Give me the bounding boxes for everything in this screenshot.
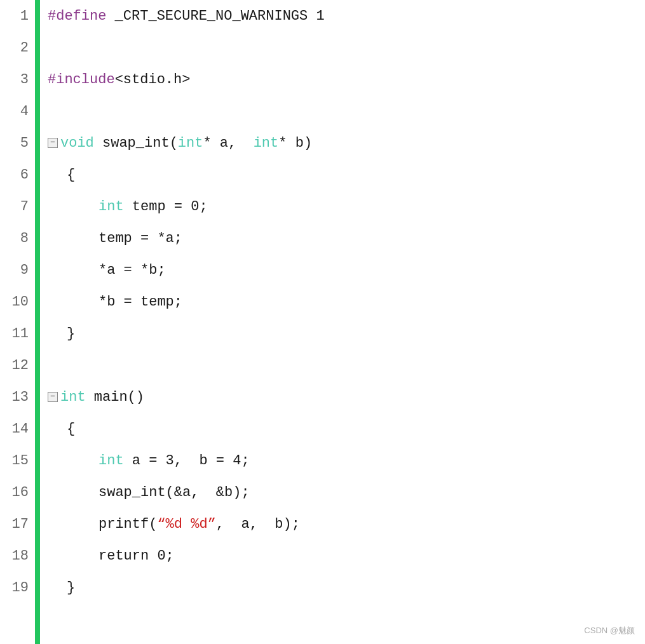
define-keyword: #define	[48, 8, 106, 24]
code-editor: 1 2 3 4 5 6 7 8 9 10 11 12 13 14 15 16 1…	[0, 0, 645, 644]
line-num-3: 3	[0, 64, 35, 95]
code-content: #define _CRT_SECURE_NO_WARNINGS 1 #inclu…	[35, 0, 645, 644]
line-numbers: 1 2 3 4 5 6 7 8 9 10 11 12 13 14 15 16 1…	[0, 0, 35, 644]
line-num-14: 14	[0, 413, 35, 445]
b-assign: *b = temp;	[98, 294, 182, 310]
swap-call: swap_int(&a, &b);	[98, 485, 250, 500]
code-line-7: int temp = 0;	[98, 191, 645, 222]
code-line-8: temp = *a;	[98, 222, 645, 254]
collapse-icon-13[interactable]: −	[48, 392, 58, 402]
line-num-18: 18	[0, 540, 35, 572]
watermark: CSDN @魅颜	[584, 625, 635, 636]
code-line-6: {	[67, 159, 645, 191]
temp-decl: temp = 0;	[124, 199, 208, 215]
code-line-10: *b = temp;	[98, 286, 645, 318]
green-bar	[35, 0, 40, 644]
code-line-1: #define _CRT_SECURE_NO_WARNINGS 1	[48, 0, 645, 32]
close-brace-2: }	[67, 580, 75, 596]
define-value: _CRT_SECURE_NO_WARNINGS 1	[106, 8, 324, 24]
main-func-sig: main()	[86, 389, 144, 405]
code-line-16: swap_int(&a, &b);	[98, 476, 645, 508]
int-temp-type: int	[98, 199, 124, 215]
temp-assign: temp = *a;	[98, 231, 182, 246]
line-num-1: 1	[0, 0, 35, 32]
line-num-7: 7	[0, 191, 35, 222]
code-line-15: int a = 3, b = 4;	[98, 445, 645, 476]
collapse-icon-5[interactable]: −	[48, 138, 58, 148]
printf-call: printf(	[98, 516, 157, 532]
include-path: <stdio.h>	[115, 72, 191, 88]
code-line-4	[48, 95, 645, 127]
void-keyword: void	[60, 135, 94, 151]
open-brace-2: {	[67, 421, 75, 437]
line-num-15: 15	[0, 445, 35, 476]
code-line-12	[48, 349, 645, 381]
line-num-8: 8	[0, 222, 35, 254]
int-param-b-type: int	[254, 135, 279, 151]
line-num-13: 13	[0, 381, 35, 413]
code-line-14: {	[67, 413, 645, 445]
line-num-12: 12	[0, 349, 35, 381]
close-brace-1: }	[67, 326, 75, 342]
line-num-11: 11	[0, 318, 35, 349]
int-main-type: int	[60, 389, 86, 405]
a-assign: *a = *b;	[98, 262, 166, 278]
line-num-9: 9	[0, 254, 35, 286]
line-num-4: 4	[0, 95, 35, 127]
include-keyword: #include	[48, 72, 115, 88]
printf-args: , a, b);	[216, 516, 300, 532]
int-ab-type: int	[98, 453, 124, 469]
ab-decl: a = 3, b = 4;	[124, 453, 250, 469]
line-num-2: 2	[0, 32, 35, 64]
code-line-19: }	[67, 572, 645, 603]
line-num-17: 17	[0, 508, 35, 540]
swap-func-sig: swap_int(	[94, 135, 178, 151]
code-line-13: −int main()	[48, 381, 645, 413]
return-stmt: return 0;	[98, 548, 174, 564]
code-line-11: }	[67, 318, 645, 349]
line-num-19: 19	[0, 572, 35, 603]
code-line-5: −void swap_int(int* a, int* b)	[48, 127, 645, 159]
line-num-5: 5	[0, 127, 35, 159]
param-a: * a,	[203, 135, 253, 151]
code-line-18: return 0;	[98, 540, 645, 572]
open-brace-1: {	[67, 167, 75, 183]
code-line-9: *a = *b;	[98, 254, 645, 286]
int-param-a-type: int	[178, 135, 203, 151]
code-line-3: #include<stdio.h>	[48, 64, 645, 95]
line-num-16: 16	[0, 476, 35, 508]
line-num-10: 10	[0, 286, 35, 318]
code-line-17: printf(“%d %d”, a, b);	[98, 508, 645, 540]
param-b: * b)	[278, 135, 312, 151]
code-line-2	[48, 32, 645, 64]
printf-format-string: “%d %d”	[157, 516, 215, 532]
line-num-6: 6	[0, 159, 35, 191]
